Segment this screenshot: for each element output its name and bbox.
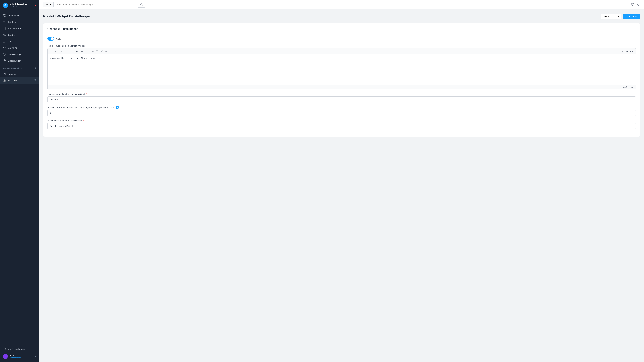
active-label: Aktiv <box>56 37 61 40</box>
active-toggle[interactable] <box>48 37 54 40</box>
toolbar-right: ↩ ↪ <> <box>619 49 634 53</box>
expanded-text-label: Text bei ausgelappten Kontakt Widget <box>48 45 636 47</box>
search-input[interactable] <box>53 2 138 7</box>
position-label: Positionierung des Kontakt Widgets * <box>48 119 636 122</box>
svg-point-5 <box>4 34 4 35</box>
sidebar-item-headless[interactable]: Headless <box>0 71 39 77</box>
italic-btn[interactable]: I <box>64 49 66 53</box>
seconds-label: Anzahl der Sekunden nachdem das Widget a… <box>48 106 636 109</box>
sidebar-item-label: Headless <box>8 73 17 75</box>
underline-btn[interactable]: U <box>67 49 70 53</box>
storefront-eye-icon[interactable] <box>34 79 36 82</box>
paragraph-btn[interactable]: ¶ ▾ <box>49 49 53 53</box>
marketing-icon <box>3 46 6 49</box>
card-title: Generelle Einstellungen <box>48 27 636 33</box>
sidebar-item-label: Storefront <box>8 79 18 82</box>
sidebar-item-label: Marketing <box>8 47 18 49</box>
bold-btn[interactable]: B <box>60 49 63 53</box>
strikethrough-btn[interactable]: S <box>71 49 74 53</box>
subscript-btn[interactable]: X2 <box>80 49 84 53</box>
list-btn[interactable]: ☰ <box>95 49 99 53</box>
extensions-icon <box>3 53 6 56</box>
save-button[interactable]: Speichern <box>623 13 640 19</box>
search-button[interactable] <box>138 2 145 8</box>
align-btn[interactable]: ≡ ▾ <box>86 49 90 53</box>
collapsed-text-field-group: Text bei eingeklappten Kontakt Widget * <box>48 93 636 102</box>
expanded-text-field-group: Text bei ausgelappten Kontakt Widget ¶ ▾… <box>48 45 636 89</box>
sidebar-header: G Administration 6.4.18.0 <box>0 0 39 11</box>
superscript-btn[interactable]: X2 <box>74 49 79 53</box>
svg-point-10 <box>140 3 142 5</box>
content-icon <box>3 40 6 43</box>
search-scope-label: Alle <box>45 3 49 6</box>
sidebar: G Administration 6.4.18.0 Dashboard Kata… <box>0 0 39 362</box>
sidebar-item-marketing[interactable]: Marketing <box>0 45 39 51</box>
verkaufskanaele-section: Verkaufskanäle + <box>0 64 39 71</box>
search-scope-dropdown[interactable]: Alle ▾ <box>43 2 53 7</box>
sidebar-item-kataloge[interactable]: Kataloge <box>0 19 39 25</box>
svg-rect-0 <box>3 14 4 15</box>
svg-rect-7 <box>3 73 6 75</box>
active-toggle-row: Aktiv <box>48 37 636 40</box>
user-menu[interactable]: D demo Administrator ▲ <box>0 352 39 361</box>
app-version: 6.4.18.0 <box>10 6 27 8</box>
sidebar-item-label: Bestellungen <box>8 27 21 30</box>
help-icon[interactable] <box>631 3 634 6</box>
position-select[interactable]: Rechts - unters Drittel Rechts - mittler… <box>48 123 636 129</box>
svg-point-12 <box>632 3 634 5</box>
svg-rect-2 <box>3 16 4 17</box>
seconds-field-group: Anzahl der Sekunden nachdem das Widget a… <box>48 106 636 116</box>
help-tooltip-icon[interactable]: ? <box>116 106 119 109</box>
collapse-label: Menü einklappen <box>8 348 25 350</box>
code-btn[interactable]: <> <box>629 49 634 53</box>
notifications-icon[interactable] <box>637 3 640 6</box>
svg-line-11 <box>142 5 142 5</box>
redo-btn[interactable]: ↪ <box>625 49 629 53</box>
dashboard-icon <box>3 14 6 17</box>
catalog-icon <box>3 20 6 23</box>
sidebar-item-einstellungen[interactable]: Einstellungen <box>0 57 39 64</box>
customers-icon <box>3 33 6 36</box>
page-title: Kontakt Widget Einstellungen <box>43 14 91 18</box>
settings-icon <box>3 59 6 62</box>
collapse-icon <box>3 348 6 351</box>
collapsed-text-label: Text bei eingeklappten Kontakt Widget * <box>48 93 636 95</box>
sidebar-item-dashboard[interactable]: Dashboard <box>0 12 39 19</box>
collapse-menu-button[interactable]: Menü einklappen <box>0 346 39 352</box>
add-channel-button[interactable]: + <box>35 67 36 70</box>
app-logo: G <box>3 3 8 8</box>
sidebar-bottom: Menü einklappen D demo Administrator ▲ <box>0 344 39 362</box>
char-count: 48 Zeichen <box>48 85 636 89</box>
link-btn[interactable] <box>100 49 104 53</box>
indent-btn[interactable]: ⇥ <box>91 49 94 53</box>
sidebar-item-inhalte[interactable]: Inhalte <box>0 38 39 45</box>
language-selector[interactable]: Dutch ▾ <box>601 13 621 19</box>
table-btn[interactable]: ⊞ <box>104 49 108 53</box>
topbar: Alle ▾ <box>39 0 644 9</box>
sidebar-item-bestellungen[interactable]: Bestellungen <box>0 25 39 32</box>
main-content: Alle ▾ Kontakt Widget Einstellungen Dutc… <box>39 0 644 362</box>
sidebar-item-storefront[interactable]: Storefront <box>0 77 39 84</box>
sidebar-item-kunden[interactable]: Kunden <box>0 32 39 38</box>
sidebar-item-erweiterungen[interactable]: Erweiterungen <box>0 51 39 57</box>
user-name: demo <box>10 354 20 357</box>
page-actions: Dutch ▾ Speichern <box>601 13 640 19</box>
app-name: Administration <box>10 3 27 6</box>
required-indicator: * <box>86 93 87 95</box>
collapsed-text-input[interactable] <box>48 96 636 102</box>
sidebar-nav: Dashboard Kataloge Bestellungen Kunden I… <box>0 11 39 344</box>
editor-toolbar: ¶ ▾ ⊞ B I U S X2 X2 ≡ ▾ ⇥ ☰ <box>48 48 636 54</box>
sidebar-item-label: Kunden <box>8 34 16 36</box>
table-grid-btn[interactable]: ⊞ <box>54 49 58 53</box>
svg-point-6 <box>4 60 5 61</box>
orders-icon <box>3 27 6 30</box>
toolbar-separator <box>58 50 59 53</box>
rich-text-editor: ¶ ▾ ⊞ B I U S X2 X2 ≡ ▾ ⇥ ☰ <box>48 48 636 89</box>
headless-icon <box>3 72 6 75</box>
sidebar-item-label: Erweiterungen <box>8 53 22 56</box>
editor-content[interactable]: You would like to learn more. Please con… <box>48 54 636 85</box>
undo-btn[interactable]: ↩ <box>621 49 625 53</box>
position-field-group: Positionierung des Kontakt Widgets * Rec… <box>48 119 636 129</box>
seconds-input[interactable] <box>48 110 636 116</box>
toolbar-separator-3 <box>620 49 620 52</box>
